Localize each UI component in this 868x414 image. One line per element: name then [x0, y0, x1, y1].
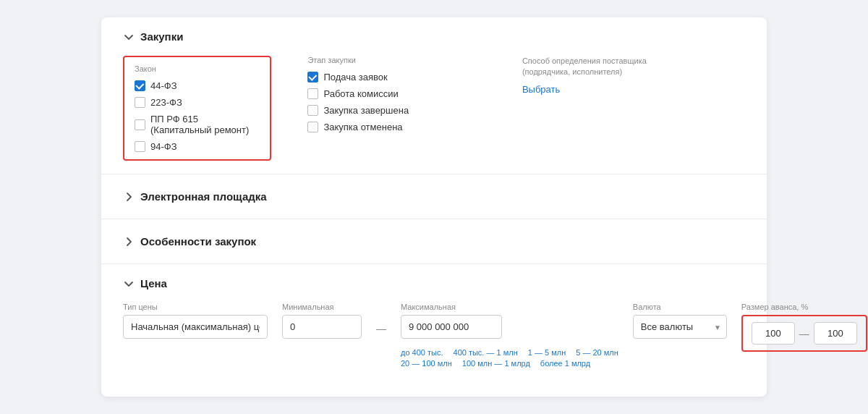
type-field-group: Тип цены — [123, 303, 268, 339]
chevron-down-icon-2 — [123, 278, 135, 290]
checkbox-223fz[interactable]: 223-ФЗ — [135, 97, 260, 108]
avans-field-group: Размер аванса, % — — [741, 303, 867, 352]
range-links: до 400 тыс. 400 тыс. — 1 млн 1 — 5 млн 5… — [401, 348, 618, 368]
osobennosti-section: Особенности закупок — [101, 219, 767, 264]
checkbox-44fz-label: 44-ФЗ — [150, 80, 177, 91]
osobennosti-header[interactable]: Особенности закупок — [123, 235, 745, 248]
price-section: Цена Тип цены Минимальная — Максимальная — [101, 264, 767, 375]
range-row-2: 20 — 100 млн 100 млн — 1 млрд более 1 мл… — [401, 359, 618, 368]
range-link-400tys[interactable]: до 400 тыс. — [401, 348, 443, 357]
zakupki-section: Закупки Закон 44-ФЗ 223-ФЗ — [101, 17, 767, 174]
zakon-column: Закон 44-ФЗ 223-ФЗ ПП РФ 615 (Капитальны… — [123, 56, 286, 161]
checkbox-zavershena-box[interactable] — [307, 105, 318, 116]
checkbox-94fz[interactable]: 94-ФЗ — [135, 141, 260, 152]
osobennosti-title: Особенности закупок — [140, 235, 256, 248]
price-header[interactable]: Цена — [123, 277, 745, 290]
avans-inputs: — — [752, 322, 857, 345]
valyuta-select[interactable]: Все валюты — [633, 315, 727, 339]
sposob-label-line1: Способ определения поставщика — [522, 56, 647, 65]
checkbox-rabota[interactable]: Работа комиссии — [307, 88, 485, 99]
avans-separator: — — [799, 328, 809, 339]
electronnaya-section: Электронная площадка — [101, 174, 767, 219]
zakon-label: Закон — [135, 64, 260, 73]
chevron-right-icon-2 — [123, 236, 135, 248]
avans-label: Размер аванса, % — [741, 303, 867, 311]
range-link-1-5mln[interactable]: 1 — 5 млн — [528, 348, 566, 357]
range-link-5-20mln[interactable]: 5 — 20 млн — [576, 348, 618, 357]
etap-column: Этап закупки Подача заявок Работа комисс… — [286, 56, 500, 161]
checkbox-zavershena[interactable]: Закупка завершена — [307, 105, 485, 116]
max-input[interactable] — [401, 315, 502, 339]
avans-block: — — [741, 315, 867, 352]
checkbox-94fz-label: 94-ФЗ — [150, 141, 177, 152]
type-label: Тип цены — [123, 303, 268, 311]
valyuta-select-wrapper: Все валюты ▼ — [633, 315, 727, 339]
electronnaya-header[interactable]: Электронная площадка — [123, 190, 745, 203]
checkbox-rabota-label: Работа комиссии — [323, 88, 398, 99]
min-field-group: Минимальная — [282, 303, 362, 339]
max-field-group: Максимальная до 400 тыс. 400 тыс. — 1 мл… — [401, 303, 618, 368]
checkbox-pp615-box[interactable] — [135, 119, 145, 130]
checkbox-44fz-box[interactable] — [135, 80, 145, 91]
checkbox-223fz-label: 223-ФЗ — [150, 97, 182, 108]
checkbox-podacha-box[interactable] — [307, 72, 318, 83]
range-link-100mln-1mlrd[interactable]: 100 млн — 1 млрд — [462, 359, 530, 368]
price-title: Цена — [140, 277, 167, 290]
zakupki-header[interactable]: Закупки — [123, 30, 745, 43]
zakupki-title: Закупки — [140, 30, 183, 43]
checkbox-podacha[interactable]: Подача заявок — [307, 72, 485, 83]
zakon-block: Закон 44-ФЗ 223-ФЗ ПП РФ 615 (Капитальны… — [123, 56, 271, 161]
price-fields: Тип цены Минимальная — Максимальная до 4… — [123, 303, 745, 368]
range-link-20-100mln[interactable]: 20 — 100 млн — [401, 359, 452, 368]
checkbox-223fz-box[interactable] — [135, 97, 145, 108]
checkbox-rabota-box[interactable] — [307, 88, 318, 99]
checkbox-44fz[interactable]: 44-ФЗ — [135, 80, 260, 91]
avans-to-input[interactable] — [814, 322, 857, 345]
zakupki-content: Закон 44-ФЗ 223-ФЗ ПП РФ 615 (Капитальны… — [123, 56, 745, 161]
sposob-label: Способ определения поставщика (подрядчик… — [522, 56, 745, 78]
checkbox-zavershena-label: Закупка завершена — [323, 105, 409, 116]
valyuta-label: Валюта — [633, 303, 727, 311]
chevron-right-icon — [123, 191, 135, 203]
etap-label: Этап закупки — [307, 56, 485, 64]
valyuta-field-group: Валюта Все валюты ▼ — [633, 303, 727, 339]
sposob-label-line2: (подрядчика, исполнителя) — [522, 67, 622, 76]
chevron-down-icon — [123, 31, 135, 43]
checkbox-otmenena-label: Закупка отменена — [323, 122, 402, 132]
checkbox-pp615-label: ПП РФ 615 (Капитальный ремонт) — [150, 114, 260, 135]
range-link-bolee1mlrd[interactable]: более 1 млрд — [540, 359, 590, 368]
main-card: Закупки Закон 44-ФЗ 223-ФЗ — [101, 17, 767, 397]
avans-from-input[interactable] — [752, 322, 795, 345]
checkbox-otmenena[interactable]: Закупка отменена — [307, 122, 485, 132]
sposob-link[interactable]: Выбрать — [522, 84, 560, 95]
checkbox-94fz-box[interactable] — [135, 141, 145, 152]
sposob-column: Способ определения поставщика (подрядчик… — [501, 56, 745, 161]
min-label: Минимальная — [282, 303, 362, 311]
type-input[interactable] — [123, 315, 268, 339]
range-row-1: до 400 тыс. 400 тыс. — 1 млн 1 — 5 млн 5… — [401, 348, 618, 357]
max-label: Максимальная — [401, 303, 618, 311]
range-link-400tys-1mln[interactable]: 400 тыс. — 1 млн — [454, 348, 518, 357]
checkbox-pp615[interactable]: ПП РФ 615 (Капитальный ремонт) — [135, 114, 260, 135]
checkbox-podacha-label: Подача заявок — [323, 72, 387, 83]
checkbox-otmenena-box[interactable] — [307, 122, 318, 132]
electronnaya-title: Электронная площадка — [140, 190, 267, 203]
min-input[interactable] — [282, 315, 362, 339]
min-max-separator: — — [376, 323, 386, 334]
